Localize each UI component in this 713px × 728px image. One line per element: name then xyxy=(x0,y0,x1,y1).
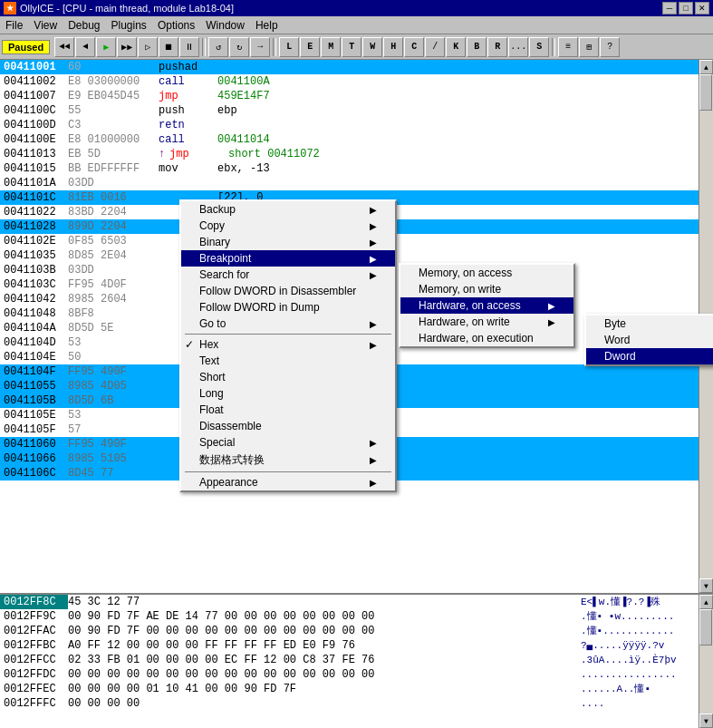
ctx-backup[interactable]: Backup ▶ xyxy=(181,201,395,218)
table-row[interactable]: 00411001 60 pushad xyxy=(0,60,699,74)
ctx-follow-dump[interactable]: Follow DWORD in Dump xyxy=(181,299,395,315)
ctx-short[interactable]: Short xyxy=(181,369,395,385)
hex-cell: 8985 5105 xyxy=(68,451,159,466)
scroll-thumb[interactable] xyxy=(699,609,712,645)
toolbar-btn-help[interactable]: ? xyxy=(600,37,620,57)
toolbar-btn-S[interactable]: S xyxy=(529,37,549,57)
hex-cell: E8 03000000 xyxy=(68,74,159,89)
hex-cell: 8D45 77 xyxy=(68,466,159,480)
maximize-button[interactable]: □ xyxy=(679,2,693,15)
table-row[interactable]: 00411002 E8 03000000 call 0041100A xyxy=(0,74,699,89)
hex-cell: 8D85 2E04 xyxy=(68,248,159,263)
ctx-mem-write[interactable]: Memory, on write xyxy=(400,281,573,297)
table-row[interactable]: 0041101A 03DD xyxy=(0,176,699,190)
hex-addr-cell: 0012FFBC xyxy=(0,638,68,653)
ctx-word[interactable]: Word xyxy=(586,332,713,348)
minimize-button[interactable]: ─ xyxy=(662,2,677,15)
toolbar-btn-back[interactable]: ◄ xyxy=(75,37,95,57)
scroll-down-arrow[interactable]: ▼ xyxy=(699,713,713,728)
ctx-binary[interactable]: Binary ▶ xyxy=(181,234,395,250)
hex-row[interactable]: 0012FFEC 00 00 00 00 01 10 41 00 00 90 F… xyxy=(0,682,699,696)
table-row[interactable]: 0041100E E8 01000000 call 00411014 xyxy=(0,132,699,147)
table-row[interactable]: 00411013 EB 5D ↑ jmp short 00411072 xyxy=(0,147,699,161)
hex-cell: 8985 4D05 xyxy=(68,379,159,393)
menu-item-view[interactable]: View xyxy=(28,17,63,34)
scroll-track[interactable] xyxy=(699,609,713,713)
toolbar-btn-undo[interactable]: ↺ xyxy=(208,37,228,57)
toolbar-btn-slash[interactable]: / xyxy=(425,37,445,57)
ctx-float[interactable]: Float xyxy=(181,402,395,418)
close-button[interactable]: ✕ xyxy=(695,2,709,15)
context-menu-l2-breakpoint: Memory, on access Memory, on write Hardw… xyxy=(399,263,575,348)
menu-item-help[interactable]: Help xyxy=(250,17,284,34)
menu-item-debug[interactable]: Debug xyxy=(63,17,105,34)
toolbar-btn-stop[interactable]: ⏹ xyxy=(159,37,178,57)
hex-row[interactable]: 0012FFCC 02 33 FB 01 00 00 00 00 EC FF 1… xyxy=(0,653,699,667)
menu-item-plugins[interactable]: Plugins xyxy=(106,17,152,34)
hex-cell: FF95 4D0F xyxy=(68,277,159,292)
ctx-byte[interactable]: Byte xyxy=(586,315,713,332)
addr-cell: 0041106C xyxy=(0,466,68,480)
hex-row[interactable]: 0012FFAC 00 90 FD 7F 00 00 00 00 00 00 0… xyxy=(0,624,699,638)
ctx-follow-disasm[interactable]: Follow DWORD in Disassembler xyxy=(181,283,395,299)
toolbar-btn-pause[interactable]: ⏸ xyxy=(179,37,199,57)
menu-item-file[interactable]: File xyxy=(0,17,28,34)
hex-row[interactable]: 0012FF8C 45 3C 12 77 E<▌w.懂▐?.?▐殊 xyxy=(0,595,699,609)
ctx-hw-write[interactable]: Hardware, on write ▶ xyxy=(400,314,573,330)
menu-item-options[interactable]: Options xyxy=(152,17,200,34)
toolbar-btn-E[interactable]: E xyxy=(300,37,320,57)
ctx-long[interactable]: Long xyxy=(181,385,395,402)
table-row[interactable]: 00411007 E9 EB045D45 jmp 459E14F7 xyxy=(0,89,699,103)
toolbar-btn-R[interactable]: R xyxy=(487,37,507,57)
scroll-down-arrow[interactable]: ▼ xyxy=(699,578,713,593)
ctx-search[interactable]: Search for ▶ xyxy=(181,267,395,283)
ctx-arrow-binary: ▶ xyxy=(370,238,377,248)
ctx-copy[interactable]: Copy ▶ xyxy=(181,218,395,234)
table-row[interactable]: 00411015 BB EDFFFFFF mov ebx, -13 xyxy=(0,161,699,176)
scroll-up-arrow[interactable]: ▲ xyxy=(699,60,713,74)
ctx-disassemble[interactable]: Disassemble xyxy=(181,418,395,434)
ctx-breakpoint[interactable]: Breakpoint ▶ xyxy=(181,250,395,267)
toolbar-btn-L[interactable]: L xyxy=(279,37,299,57)
toolbar-btn-forward[interactable]: ▶▶ xyxy=(117,37,137,57)
toolbar-btn-rewind[interactable]: ◄◄ xyxy=(54,37,74,57)
ctx-special[interactable]: Special ▶ xyxy=(181,434,395,451)
ctx-dword[interactable]: Dword xyxy=(586,348,713,364)
toolbar-btn-B[interactable]: B xyxy=(467,37,487,57)
menu-item-window[interactable]: Window xyxy=(200,17,250,34)
toolbar-btn-grid2[interactable]: ⊞ xyxy=(579,37,599,57)
ctx-text[interactable]: Text xyxy=(181,353,395,369)
toolbar-btn-dots[interactable]: ... xyxy=(508,37,528,57)
toolbar-btn-redo[interactable]: ↻ xyxy=(229,37,249,57)
table-row[interactable]: 0041100C 55 push ebp xyxy=(0,103,699,118)
toolbar-btn-grid1[interactable]: ≡ xyxy=(558,37,578,57)
toolbar-btn-T[interactable]: T xyxy=(342,37,361,57)
table-row[interactable]: 0041100D C3 retn xyxy=(0,118,699,132)
toolbar-btn-K[interactable]: K xyxy=(446,37,466,57)
hex-row[interactable]: 0012FFDC 00 00 00 00 00 00 00 00 00 00 0… xyxy=(0,667,699,682)
toolbar-btn-arrow[interactable]: → xyxy=(250,37,270,57)
ctx-goto[interactable]: Go to ▶ xyxy=(181,315,395,332)
mnem-cell: jmp xyxy=(159,89,217,103)
scroll-up-arrow[interactable]: ▲ xyxy=(699,595,713,609)
toolbar-btn-W[interactable]: W xyxy=(362,37,382,57)
toolbar-btn-play[interactable]: ▶ xyxy=(96,37,116,57)
toolbar-btn-H[interactable]: H xyxy=(383,37,403,57)
hex-scrollbar[interactable]: ▲ ▼ xyxy=(699,595,713,728)
hex-row[interactable]: 0012FF9C 00 90 FD 7F AE DE 14 77 00 00 0… xyxy=(0,609,699,624)
ctx-hex[interactable]: ✓ Hex ▶ xyxy=(181,336,395,353)
hex-row[interactable]: 0012FFBC A0 FF 12 00 00 00 00 FF FF FF F… xyxy=(0,638,699,653)
scroll-thumb[interactable] xyxy=(699,74,712,111)
hex-row[interactable]: 0012FFFC 00 00 00 00 .... xyxy=(0,696,699,711)
ctx-convert[interactable]: 数据格式转换 ▶ xyxy=(181,451,395,470)
hex-cell: 8BF8 xyxy=(68,306,159,321)
ctx-hw-access[interactable]: Hardware, on access ▶ xyxy=(400,297,573,314)
toolbar-btn-M[interactable]: M xyxy=(321,37,341,57)
ctx-hw-exec[interactable]: Hardware, on execution xyxy=(400,330,573,346)
toolbar-btn-C[interactable]: C xyxy=(404,37,424,57)
addr-cell: 00411002 xyxy=(0,74,68,89)
ctx-appearance[interactable]: Appearance ▶ xyxy=(181,474,395,490)
toolbar-btn-step[interactable]: ▷ xyxy=(138,37,158,57)
ctx-mem-access[interactable]: Memory, on access xyxy=(400,265,573,281)
title-buttons: ─ □ ✕ xyxy=(662,2,709,15)
